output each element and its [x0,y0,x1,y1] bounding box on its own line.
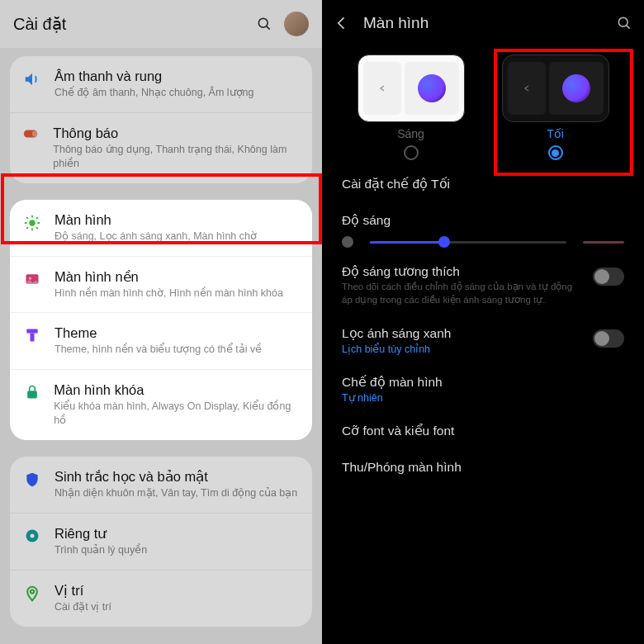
svg-line-9 [26,217,28,219]
settings-group: Màn hìnhĐộ sáng, Lọc ánh sáng xanh, Màn … [10,200,312,440]
item-sub: Thông báo ứng dụng, Thanh trạng thái, Kh… [53,143,299,171]
item-label: Thông báo [53,125,299,141]
mode-preview-light [358,54,465,122]
svg-point-0 [258,18,268,27]
setting-label: Độ sáng [342,213,624,228]
item-label: Màn hình nền [54,269,283,285]
setting-dark-mode-settings[interactable]: Cài đặt chế độ Tối [322,167,644,203]
svg-rect-17 [27,391,37,399]
search-icon[interactable] [616,15,632,31]
svg-point-3 [32,130,38,136]
settings-item-notifications[interactable]: Thông báoThông báo ứng dụng, Thanh trạng… [10,112,312,183]
item-sub: Độ sáng, Lọc ánh sáng xanh, Màn hình chờ [54,230,257,244]
item-label: Vị trí [54,583,111,599]
svg-rect-16 [31,334,35,342]
display-title: Màn hình [363,14,616,32]
svg-point-19 [31,533,35,537]
settings-item-sound[interactable]: Âm thanh và rungChế độ âm thanh, Nhạc ch… [10,56,312,112]
settings-item-biometric[interactable]: Sinh trắc học và bảo mậtNhận diện khuôn … [10,457,312,513]
setting-zoom[interactable]: Thu/Phóng màn hình [322,450,644,486]
svg-point-20 [31,590,34,593]
setting-label: Cài đặt chế độ Tối [342,177,624,192]
settings-title: Cài đặt [13,14,256,34]
settings-item-wallpaper[interactable]: Màn hình nềnHình nền màn hình chờ, Hình … [10,256,312,313]
mode-label: Tối [547,127,564,140]
svg-line-22 [627,26,630,29]
item-sub: Nhận diện khuôn mặt, Vân tay, Tìm di độn… [54,486,297,500]
setting-link: Tự nhiên [342,391,624,404]
item-sub: Chế độ âm thanh, Nhạc chuông, Âm lượng [54,86,254,100]
display-panel: Màn hình Sáng Tối Cài đặt chế độ Tối Độ … [322,0,644,644]
settings-header: Cài đặt [0,0,322,48]
brightness-min-icon [342,236,353,248]
settings-group: Âm thanh và rungChế độ âm thanh, Nhạc ch… [10,56,312,183]
setting-desc: Theo dõi cách điều chỉnh độ sáng của bạn… [342,281,585,306]
settings-panel: Cài đặt Âm thanh và rungChế độ âm thanh,… [0,0,322,644]
settings-item-location[interactable]: Vị tríCài đặt vị trí [10,570,312,627]
item-label: Âm thanh và rung [54,69,254,84]
setting-bluelight[interactable]: Lọc ánh sáng xanh Lịch biểu tùy chỉnh [322,316,644,365]
brightness-max-indicator [583,241,624,244]
radio-dark[interactable] [548,145,563,160]
item-label: Sinh trắc học và bảo mật [54,469,297,485]
setting-label: Độ sáng tương thích [342,264,585,279]
setting-adaptive-brightness[interactable]: Độ sáng tương thích Theo dõi cách điều c… [322,254,644,316]
item-label: Màn hình [54,212,257,228]
avatar[interactable] [284,12,309,36]
wallpaper-icon [21,269,43,287]
item-sub: Trình quản lý quyền [54,543,147,557]
svg-rect-15 [26,329,37,334]
settings-item-privacy[interactable]: Riêng tưTrình quản lý quyền [10,513,312,570]
search-icon[interactable] [256,16,272,32]
location-icon [21,583,43,603]
setting-label: Lọc ánh sáng xanh [342,326,585,341]
settings-group: Sinh trắc học và bảo mậtNhận diện khuôn … [10,457,312,627]
notification-icon [21,125,41,140]
setting-screen-mode[interactable]: Chế độ màn hình Tự nhiên [322,365,644,414]
privacy-icon [21,526,43,544]
mode-label: Sáng [397,127,424,140]
item-label: Màn hình khóa [54,382,299,398]
mode-selector: Sáng Tối [322,46,644,167]
item-sub: Hình nền màn hình chờ, Hình nền màn hình… [54,286,283,301]
volume-icon [21,69,43,88]
setting-label: Cỡ font và kiểu font [342,424,624,438]
settings-item-display[interactable]: Màn hìnhĐộ sáng, Lọc ánh sáng xanh, Màn … [10,200,312,256]
svg-point-4 [29,220,35,225]
settings-item-theme[interactable]: ThemeTheme, hình nền và biểu tượng có th… [10,312,312,369]
mode-dark[interactable]: Tối [491,54,619,160]
mode-preview-dark [502,54,609,122]
svg-line-11 [26,227,28,229]
back-icon[interactable] [334,15,353,31]
setting-brightness: Độ sáng [322,203,644,233]
theme-icon [21,325,43,343]
svg-line-10 [36,227,38,229]
item-label: Riêng tư [54,526,147,542]
lock-icon [21,382,42,400]
toggle-bluelight[interactable] [593,329,624,348]
item-label: Theme [54,325,262,341]
svg-line-12 [36,217,38,219]
setting-label: Thu/Phóng màn hình [342,460,624,475]
svg-point-14 [29,277,31,279]
settings-item-lockscreen[interactable]: Màn hình khóaKiểu khóa màn hình, Always … [10,369,312,440]
svg-line-1 [267,26,270,30]
toggle-adaptive[interactable] [593,268,624,286]
setting-label: Chế độ màn hình [342,375,624,390]
item-sub: Kiểu khóa màn hình, Always On Display, K… [54,400,299,428]
setting-font[interactable]: Cỡ font và kiểu font [322,414,644,450]
mode-light[interactable]: Sáng [347,54,475,160]
brightness-slider-row [322,233,644,254]
radio-light[interactable] [404,145,419,160]
item-sub: Cài đặt vị trí [54,600,111,614]
shield-icon [21,469,43,489]
svg-point-21 [618,17,627,26]
setting-link: Lịch biểu tùy chỉnh [342,343,585,355]
item-sub: Theme, hình nền và biểu tượng có thể tải… [54,343,262,357]
brightness-slider[interactable] [370,241,566,244]
brightness-icon [21,212,43,232]
display-header: Màn hình [322,0,644,46]
